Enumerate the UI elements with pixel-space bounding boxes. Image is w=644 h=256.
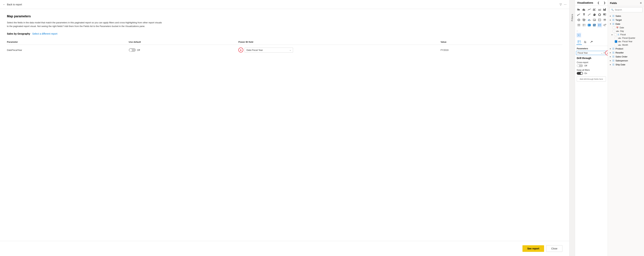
svg-text:KPI: KPI — [599, 19, 600, 21]
field-group-product-header[interactable]: ► ☷ Product — [608, 47, 644, 51]
viz-icon-pie-chart[interactable] — [592, 12, 597, 17]
viz-more-button[interactable]: ... — [575, 29, 608, 32]
param-field-remove[interactable]: ✕ — [603, 52, 605, 54]
viz-icon-slicer[interactable] — [602, 18, 607, 22]
viz-icon-gauge[interactable] — [587, 18, 592, 22]
cross-report-toggle[interactable] — [577, 64, 583, 67]
svg-point-20 — [589, 14, 590, 15]
abc-icon: abc — [618, 37, 621, 39]
viz-icon-matrix[interactable] — [582, 23, 586, 28]
svg-marker-17 — [583, 14, 585, 15]
fields-search-box[interactable]: 🔍 — [609, 7, 642, 12]
svg-rect-6 — [593, 9, 594, 11]
field-group-salesperson-header[interactable]: ► ☷ Salesperson — [608, 59, 644, 63]
viz-icon-combo-chart[interactable] — [592, 7, 597, 12]
visualizations-panel-header: Visualizations ❮ ❯ — [575, 0, 608, 6]
top-bar: ← Back to report ▽ ⋯ — [0, 0, 569, 9]
chevron-right-icon: ► — [611, 34, 613, 36]
table-icon: ☷ — [612, 23, 614, 25]
checkbox-day[interactable] — [613, 30, 615, 32]
tab-fields[interactable] — [576, 39, 582, 45]
close-button[interactable]: Close — [546, 245, 562, 252]
svg-rect-26 — [603, 15, 606, 16]
select-report-link[interactable]: Select a different report — [32, 32, 58, 35]
svg-rect-25 — [605, 14, 606, 15]
search-input[interactable] — [615, 9, 641, 11]
more-options-icon[interactable]: ⋯ — [564, 3, 566, 6]
svg-rect-0 — [578, 9, 578, 10]
fields-header: Fields ✕ — [608, 0, 644, 6]
viz-icon-ribbon-chart[interactable] — [602, 7, 607, 12]
field-item-month[interactable]: abc Month — [608, 43, 644, 47]
field-item-fiscal-quarter-label: Fiscal Quarter — [622, 37, 635, 39]
field-item-fiscal-year[interactable]: abc Fiscal Year — [608, 40, 644, 43]
chevron-down-icon: ▼ — [610, 23, 611, 25]
sub-panel-tabs — [575, 38, 608, 46]
viz-icon-waterfall[interactable] — [576, 12, 581, 17]
tab-format[interactable] — [583, 39, 588, 45]
viz-icon-bar-chart[interactable] — [582, 7, 586, 12]
param-field-chevron[interactable]: ⌄ — [601, 52, 603, 54]
field-item-fiscal-quarter[interactable]: abc Fiscal Quarter — [608, 36, 644, 40]
use-default-toggle[interactable] — [129, 48, 136, 52]
field-group-salesperson: ► ☷ Salesperson — [608, 59, 644, 63]
checkbox-month[interactable] — [615, 44, 617, 46]
power-bi-field-cell: b Date.Fiscal Year ⌄ — [238, 45, 441, 55]
field-group-sales: ► ☷ Sales — [608, 14, 644, 18]
table-icon: ☷ — [612, 63, 614, 66]
viz-icon-scatter[interactable] — [587, 12, 592, 17]
viz-icon-card[interactable]: 123 — [592, 18, 597, 22]
viz-icon-treemap[interactable] — [602, 12, 607, 17]
collapse-panel-icon[interactable]: ❮ — [597, 2, 600, 4]
svg-point-57 — [604, 26, 605, 26]
svg-rect-35 — [604, 19, 606, 20]
filter-icon[interactable]: ▽ — [560, 3, 562, 6]
svg-rect-13 — [578, 15, 578, 16]
field-item-day[interactable]: abc Day — [608, 30, 644, 33]
cross-report-label: Cross-report — [577, 61, 606, 64]
field-group-product-label: Product — [616, 47, 623, 50]
checkbox-fiscal[interactable] — [614, 33, 616, 36]
viz-icon-map[interactable] — [576, 18, 581, 22]
field-group-date-header[interactable]: ▼ ☷ Date — [608, 22, 644, 26]
field-group-sales-order-header[interactable]: ► ☷ Sales Order — [608, 55, 644, 59]
viz-icon-python-visual[interactable]: Py — [592, 23, 597, 28]
viz-icon-r-visual[interactable]: R — [587, 23, 592, 28]
expand-panel-icon[interactable]: ❯ — [604, 2, 606, 4]
field-group-ship-date-header[interactable]: ► ☷ Ship Date — [608, 63, 644, 67]
viz-icon-funnel[interactable] — [582, 12, 586, 17]
field-subgroup-fiscal-header[interactable]: ► ☷ Fiscal — [608, 33, 644, 36]
viz-icon-decomp-tree[interactable] — [602, 23, 607, 28]
field-group-sales-header[interactable]: ► ☷ Sales — [608, 14, 644, 18]
fields-close-button[interactable]: ✕ — [640, 2, 642, 5]
table-icon: ☷ — [612, 55, 614, 58]
svg-rect-16 — [580, 14, 580, 14]
checkbox-fiscal-year[interactable] — [615, 40, 617, 43]
field-group-target-header[interactable]: ► ☷ Target — [608, 18, 644, 22]
viz-icon-table[interactable] — [576, 23, 581, 28]
viz-icon-stacked-bar[interactable] — [576, 7, 581, 12]
tab-analytics[interactable] — [589, 39, 594, 45]
checkbox-fiscal-quarter[interactable] — [615, 37, 617, 39]
keep-filters-toggle[interactable] — [577, 72, 583, 75]
viz-icon-line-chart[interactable] — [587, 7, 592, 12]
viz-icon-kpi[interactable]: KPI — [597, 18, 602, 22]
back-to-report-button[interactable]: ← Back to report — [3, 3, 22, 6]
field-dropdown[interactable]: Date.Fiscal Year ⌄ — [245, 48, 293, 53]
checkbox-date[interactable] — [613, 27, 615, 29]
viz-icon-filled-map[interactable] — [582, 18, 586, 22]
see-report-button[interactable]: See report — [522, 245, 544, 252]
svg-text:123: 123 — [594, 20, 596, 21]
visualizations-title: Visualizations — [577, 2, 593, 4]
field-item-date[interactable]: 📅 Date — [608, 26, 644, 30]
col-header-value: Value — [440, 39, 562, 45]
viz-icon-area-chart[interactable] — [597, 7, 602, 12]
viz-icon-donut[interactable] — [597, 12, 602, 17]
field-item-date-label: Date — [620, 27, 624, 29]
param-field-item: Fiscal Year ⌄ ✕ — [576, 51, 607, 55]
content-area: Map parameters Select the fields in the … — [0, 9, 569, 241]
viz-icon-video[interactable] — [576, 33, 581, 38]
svg-rect-24 — [605, 14, 606, 14]
field-group-reseller-header[interactable]: ► ☷ Reseller — [608, 51, 644, 55]
viz-icon-paginated-report[interactable] — [597, 23, 602, 28]
